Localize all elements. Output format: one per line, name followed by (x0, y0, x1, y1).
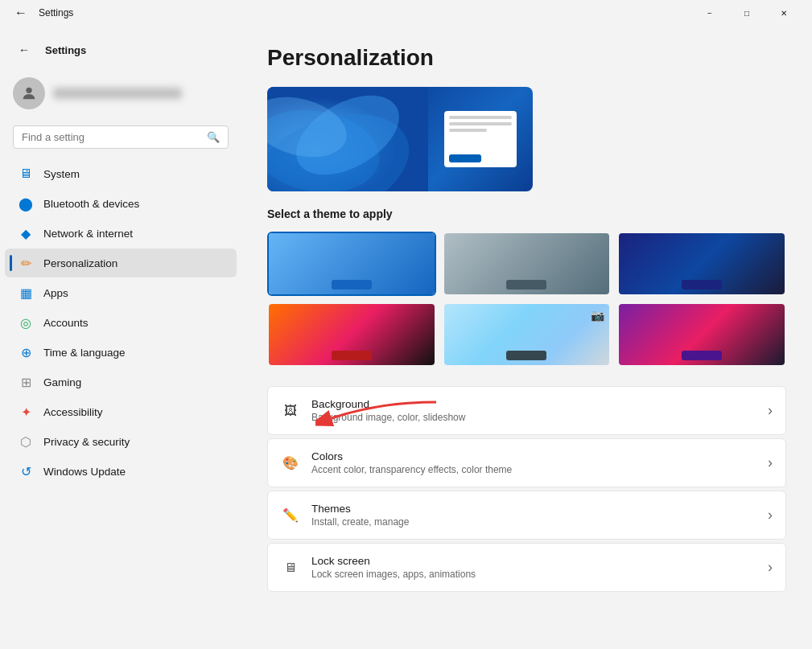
themes-text: ThemesInstall, create, manage (311, 503, 756, 528)
section-title: Select a theme to apply (267, 207, 786, 220)
app-title: Settings (39, 7, 685, 18)
theme-card-gray[interactable] (443, 232, 612, 296)
sidebar-item-label-time: Time & language (43, 347, 126, 359)
user-section (0, 71, 241, 122)
sidebar-item-label-network: Network & internet (43, 228, 133, 240)
sidebar-item-accessibility[interactable]: ✦Accessibility (5, 397, 237, 426)
theme-bar-nature (506, 351, 546, 360)
accounts-icon: ◎ (18, 314, 34, 331)
lock-screen-chevron-icon: › (768, 559, 773, 576)
colors-text: ColorsAccent color, transparency effects… (311, 450, 756, 475)
theme-grid: 📷 (267, 232, 786, 367)
theme-bg-floral (269, 304, 435, 365)
theme-card-dark-blue[interactable] (617, 232, 786, 296)
sidebar-item-label-system: System (43, 168, 80, 180)
settings-list: 🖼BackgroundBackground image, color, slid… (267, 386, 786, 594)
preview-button (449, 154, 481, 162)
sidebar-item-bluetooth[interactable]: ⬤Bluetooth & devices (5, 189, 237, 218)
preview-line-3 (449, 129, 487, 132)
lock-screen-icon: 🖥 (281, 558, 300, 577)
theme-bar-gray (506, 280, 546, 290)
theme-bg-purple (619, 304, 785, 365)
main-content: Personalization (241, 26, 812, 649)
background-icon: 🖼 (281, 401, 300, 421)
settings-item-background[interactable]: 🖼BackgroundBackground image, color, slid… (267, 386, 786, 435)
sidebar-item-accounts[interactable]: ◎Accounts (5, 308, 237, 337)
svg-point-0 (26, 88, 31, 93)
background-desc: Background image, color, slideshow (311, 412, 756, 423)
theme-card-purple[interactable] (617, 302, 786, 367)
page-title: Personalization (267, 45, 786, 71)
colors-chevron-icon: › (768, 454, 773, 471)
lock-screen-desc: Lock screen images, apps, animations (311, 569, 756, 580)
search-input[interactable] (22, 131, 200, 143)
sidebar-app-title: Settings (45, 44, 86, 56)
titlebar: ← Settings − □ ✕ (0, 0, 812, 26)
background-title: Background (311, 398, 756, 410)
sidebar-item-system[interactable]: 🖥System (5, 159, 237, 188)
settings-item-themes[interactable]: ✏️ThemesInstall, create, manage› (267, 491, 786, 540)
back-button[interactable]: ← (10, 2, 32, 24)
themes-chevron-icon: › (768, 507, 773, 524)
theme-card-nature[interactable]: 📷 (443, 302, 612, 367)
search-icon: 🔍 (207, 131, 220, 143)
theme-card-blue[interactable] (267, 232, 436, 296)
sidebar-item-label-accounts: Accounts (43, 317, 89, 329)
window-controls: − □ ✕ (691, 0, 802, 26)
sidebar-item-label-accessibility: Accessibility (43, 406, 103, 418)
sidebar-item-label-gaming: Gaming (43, 376, 81, 388)
system-icon: 🖥 (18, 166, 34, 182)
search-box[interactable]: 🔍 (13, 125, 229, 149)
nav-back-button[interactable]: ← (13, 39, 35, 61)
colors-desc: Accent color, transparency effects, colo… (311, 464, 756, 475)
app-body: ← Settings 🔍 🖥System⬤Bluetooth & devices… (0, 26, 812, 649)
theme-bar-floral (332, 351, 372, 360)
preview-line-2 (449, 122, 512, 125)
theme-preview (267, 87, 533, 191)
sidebar-item-privacy[interactable]: ⬡Privacy & security (5, 427, 237, 456)
sidebar: ← Settings 🔍 🖥System⬤Bluetooth & devices… (0, 26, 241, 649)
theme-bg-gray (444, 233, 610, 294)
sidebar-item-gaming[interactable]: ⊞Gaming (5, 368, 237, 396)
close-button[interactable]: ✕ (765, 0, 802, 26)
background-text: BackgroundBackground image, color, slide… (311, 398, 756, 423)
sidebar-item-windows-update[interactable]: ↺Windows Update (5, 457, 237, 486)
theme-bar-blue (332, 280, 372, 290)
preview-window (444, 111, 517, 167)
themes-title: Themes (311, 503, 756, 515)
sidebar-item-personalization[interactable]: ✏Personalization (5, 249, 237, 277)
windows-update-icon: ↺ (18, 463, 34, 479)
sidebar-item-label-apps: Apps (43, 287, 68, 299)
settings-item-lock-screen[interactable]: 🖥Lock screenLock screen images, apps, an… (267, 543, 786, 592)
maximize-button[interactable]: □ (728, 0, 765, 26)
time-icon: ⊕ (18, 344, 34, 360)
colors-title: Colors (311, 450, 756, 462)
sidebar-item-label-personalization: Personalization (43, 257, 117, 269)
accessibility-icon: ✦ (18, 404, 34, 420)
background-chevron-icon: › (768, 402, 773, 419)
theme-bg-nature (444, 304, 610, 365)
avatar (13, 77, 45, 109)
user-name (53, 88, 182, 99)
bluetooth-icon: ⬤ (18, 195, 34, 212)
nav-list: 🖥System⬤Bluetooth & devices◆Network & in… (0, 158, 241, 487)
privacy-icon: ⬡ (18, 433, 34, 450)
sidebar-item-apps[interactable]: ▦Apps (5, 278, 237, 307)
theme-bar-dark-blue (682, 280, 722, 290)
theme-card-floral[interactable] (267, 302, 436, 367)
apps-icon: ▦ (18, 285, 34, 301)
colors-icon: 🎨 (281, 454, 300, 473)
settings-item-colors[interactable]: 🎨ColorsAccent color, transparency effect… (267, 438, 786, 487)
sidebar-item-label-windows-update: Windows Update (43, 466, 126, 478)
theme-bg-blue (269, 233, 435, 294)
themes-icon: ✏️ (281, 506, 300, 525)
themes-desc: Install, create, manage (311, 516, 756, 528)
theme-bar-purple (682, 351, 722, 360)
sidebar-item-time[interactable]: ⊕Time & language (5, 338, 237, 367)
preview-bg-svg (267, 87, 428, 191)
personalization-icon: ✏ (18, 255, 34, 271)
minimize-button[interactable]: − (691, 0, 728, 26)
sidebar-item-network[interactable]: ◆Network & internet (5, 219, 237, 248)
sidebar-item-label-privacy: Privacy & security (43, 436, 130, 448)
camera-icon: 📷 (591, 309, 604, 322)
